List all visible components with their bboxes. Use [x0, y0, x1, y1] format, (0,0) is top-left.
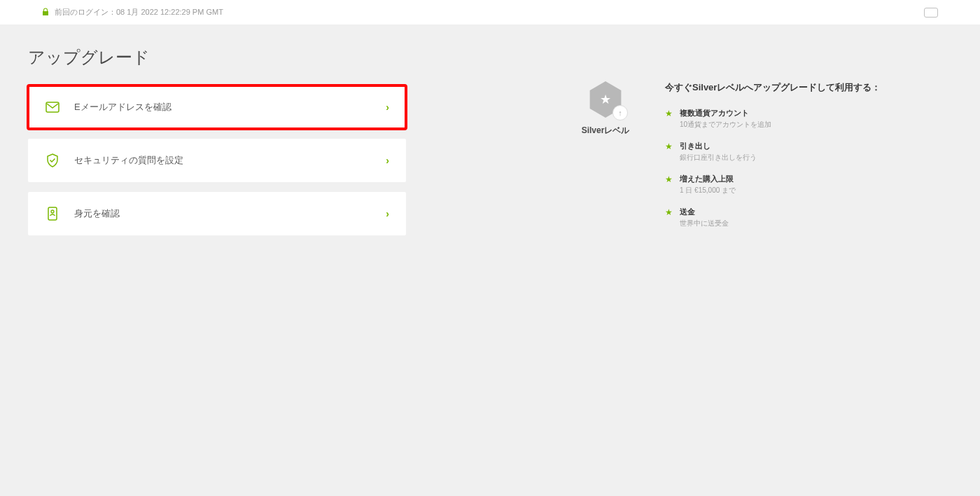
- star-icon: ★: [665, 141, 673, 163]
- mail-icon: [45, 99, 60, 115]
- benefit-desc: 10通貨までアカウントを追加: [680, 120, 771, 130]
- task-label: セキュリティの質問を設定: [74, 154, 372, 167]
- task-security-questions[interactable]: セキュリティの質問を設定 ›: [28, 139, 406, 182]
- chevron-right-icon: ›: [386, 208, 389, 219]
- benefit-item: ★ 複数通貨アカウント 10通貨までアカウントを追加: [665, 108, 910, 130]
- benefit-title: 引き出し: [680, 141, 757, 151]
- chevron-right-icon: ›: [386, 155, 389, 166]
- star-icon: ★: [665, 108, 673, 130]
- left-panel: アップグレード Eメールアドレスを確認 › セキュリティの質問を設定 ›: [28, 46, 406, 240]
- level-badge: ★ ↑ Silverレベル: [567, 81, 644, 240]
- star-icon: ★: [665, 174, 673, 195]
- benefit-title: 増えた購入上限: [680, 174, 736, 184]
- benefit-desc: 銀行口座引き出しを行う: [680, 153, 757, 163]
- last-login-info: 前回のログイン：08 1月 2022 12:22:29 PM GMT: [42, 7, 223, 18]
- svg-rect-0: [46, 102, 59, 112]
- top-bar-right: [924, 8, 938, 18]
- svg-point-2: [51, 210, 54, 213]
- task-verify-email[interactable]: Eメールアドレスを確認 ›: [28, 85, 406, 129]
- lock-icon: [42, 8, 49, 18]
- id-icon: [45, 206, 60, 221]
- top-bar: 前回のログイン：08 1月 2022 12:22:29 PM GMT: [0, 0, 980, 25]
- shield-icon: [45, 153, 60, 168]
- page-title: アップグレード: [28, 46, 406, 69]
- star-icon: ★: [665, 207, 673, 228]
- right-panel: ★ ↑ Silverレベル 今すぐSilverレベルへアップグレードして利用する…: [567, 46, 952, 240]
- svg-rect-1: [48, 207, 57, 220]
- benefit-title: 送金: [680, 207, 729, 217]
- card-icon[interactable]: [924, 8, 938, 18]
- benefits-title: 今すぐSilverレベルへアップグレードして利用する：: [665, 81, 910, 94]
- level-icon: ★ ↑: [587, 81, 624, 118]
- benefit-desc: 1 日 €15,000 まで: [680, 186, 736, 195]
- star-icon: ★: [600, 92, 611, 107]
- benefit-item: ★ 増えた購入上限 1 日 €15,000 まで: [665, 174, 910, 195]
- task-list: Eメールアドレスを確認 › セキュリティの質問を設定 › 身元を確認 ›: [28, 85, 406, 235]
- chevron-right-icon: ›: [386, 102, 389, 113]
- benefits-panel: 今すぐSilverレベルへアップグレードして利用する： ★ 複数通貨アカウント …: [665, 81, 910, 240]
- benefit-title: 複数通貨アカウント: [680, 108, 771, 118]
- level-label: Silverレベル: [582, 125, 630, 137]
- task-label: 身元を確認: [74, 207, 372, 220]
- task-verify-identity[interactable]: 身元を確認 ›: [28, 192, 406, 235]
- benefit-desc: 世界中に送受金: [680, 219, 729, 228]
- benefit-item: ★ 送金 世界中に送受金: [665, 207, 910, 228]
- benefit-item: ★ 引き出し 銀行口座引き出しを行う: [665, 141, 910, 163]
- content: アップグレード Eメールアドレスを確認 › セキュリティの質問を設定 ›: [0, 25, 980, 261]
- upgrade-arrow-icon: ↑: [612, 105, 628, 120]
- task-label: Eメールアドレスを確認: [74, 101, 372, 113]
- last-login-text: 前回のログイン：08 1月 2022 12:22:29 PM GMT: [55, 7, 223, 18]
